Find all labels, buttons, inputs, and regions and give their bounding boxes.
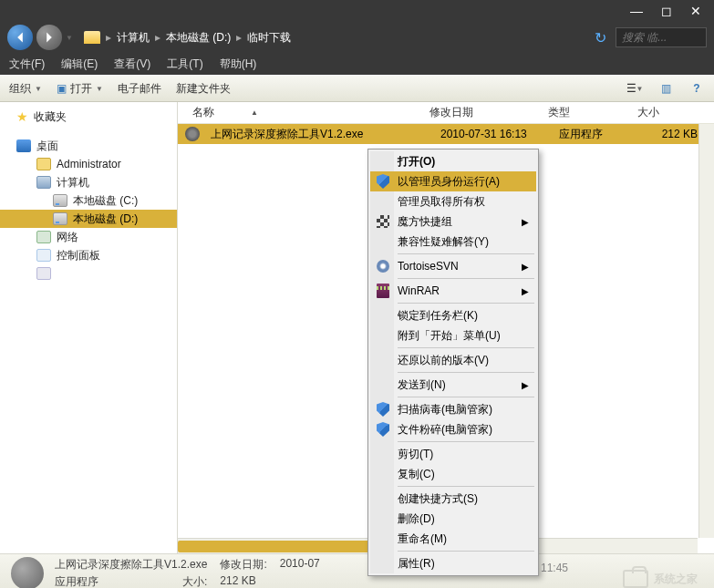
- file-type-cell: 应用程序: [552, 127, 641, 142]
- user-icon: [36, 158, 51, 170]
- column-headers: 名称▲ 修改日期 类型 大小: [178, 102, 714, 124]
- sidebar-network[interactable]: 网络: [0, 228, 177, 246]
- email-button[interactable]: 电子邮件: [118, 81, 161, 97]
- file-name-cell: 上网记录深度擦除工具V1.2.exe: [203, 127, 433, 142]
- help-button[interactable]: ?: [688, 80, 705, 97]
- cm-pin-taskbar[interactable]: 锁定到任务栏(K): [370, 305, 536, 325]
- grid-icon: [377, 215, 389, 228]
- col-name[interactable]: 名称▲: [185, 105, 422, 120]
- sidebar-drive-c[interactable]: 本地磁盘 (C:): [0, 191, 177, 210]
- forward-button[interactable]: [36, 25, 62, 50]
- col-size[interactable]: 大小: [630, 105, 694, 120]
- sidebar-favorites[interactable]: ★收藏夹: [0, 108, 177, 126]
- sidebar-drive-d[interactable]: 本地磁盘 (D:): [0, 210, 177, 228]
- drive-icon: [53, 212, 67, 225]
- sidebar-admin[interactable]: Administrator: [0, 155, 177, 173]
- view-mode-button[interactable]: ☰ ▼: [626, 80, 643, 97]
- cm-delete[interactable]: 删除(D): [370, 509, 536, 529]
- breadcrumb-sep: ▸: [155, 31, 160, 44]
- history-dropdown[interactable]: ▼: [66, 34, 73, 42]
- cm-open[interactable]: 打开(O): [370, 151, 536, 171]
- col-type[interactable]: 类型: [541, 105, 630, 120]
- preview-pane-button[interactable]: ▥: [657, 80, 674, 97]
- sidebar-recycle[interactable]: [0, 264, 177, 283]
- cm-tortoisesvn[interactable]: TortoiseSVN▶: [370, 256, 536, 276]
- cm-properties[interactable]: 属性(R): [370, 553, 536, 573]
- sidebar-computer[interactable]: 计算机: [0, 173, 177, 191]
- exe-icon: [185, 127, 200, 141]
- breadcrumb-sep: ▸: [236, 31, 242, 44]
- cm-shred[interactable]: 文件粉碎(电脑管家): [370, 419, 536, 439]
- file-row[interactable]: 上网记录深度擦除工具V1.2.exe 2010-07-31 16:13 应用程序…: [178, 124, 714, 144]
- sidebar-desktop[interactable]: 桌面: [0, 137, 177, 155]
- status-file-icon: [11, 557, 44, 589]
- statusbar: 上网记录深度擦除工具V1.2.exe 修改日期: 2010-07 应用程序 大小…: [0, 553, 714, 588]
- search-input[interactable]: [616, 27, 707, 47]
- sidebar-control-panel[interactable]: 控制面板: [0, 246, 177, 264]
- folder-icon: [84, 31, 100, 44]
- desktop-icon: [16, 139, 31, 152]
- cm-compat[interactable]: 兼容性疑难解答(Y): [370, 232, 536, 252]
- status-size: 212 KB: [220, 574, 255, 589]
- recycle-icon: [36, 267, 51, 280]
- cm-mofang[interactable]: 魔方快捷组▶: [370, 211, 536, 232]
- cm-cut[interactable]: 剪切(T): [370, 444, 536, 464]
- status-date: 2010-07: [280, 557, 320, 573]
- cm-restore[interactable]: 还原以前的版本(V): [370, 350, 536, 370]
- watermark-icon: [623, 570, 648, 588]
- organize-button[interactable]: 组织 ▼: [9, 81, 42, 97]
- menubar: 文件(F) 编辑(E) 查看(V) 工具(T) 帮助(H): [0, 53, 714, 75]
- menu-file[interactable]: 文件(F): [9, 57, 45, 72]
- open-button[interactable]: ▣ 打开 ▼: [57, 81, 103, 97]
- context-menu: 打开(O) 以管理员身份运行(A) 管理员取得所有权 魔方快捷组▶ 兼容性疑难解…: [367, 149, 539, 576]
- network-icon: [36, 231, 51, 243]
- newfolder-button[interactable]: 新建文件夹: [176, 81, 231, 97]
- cm-shortcut[interactable]: 创建快捷方式(S): [370, 489, 536, 509]
- navbar: ▼ ▸ 计算机 ▸ 本地磁盘 (D:) ▸ 临时下载 ↻: [0, 22, 714, 53]
- refresh-button[interactable]: ↻: [595, 29, 606, 46]
- breadcrumb-item[interactable]: 本地磁盘 (D:): [166, 30, 231, 46]
- cm-rename[interactable]: 重命名(M): [370, 529, 536, 549]
- cm-pin-start[interactable]: 附到「开始」菜单(U): [370, 325, 536, 346]
- drive-icon: [53, 194, 67, 207]
- breadcrumb-item[interactable]: 临时下载: [247, 30, 291, 46]
- menu-help[interactable]: 帮助(H): [220, 57, 257, 72]
- shield-icon: [377, 402, 389, 417]
- main-area: ★收藏夹 桌面 Administrator 计算机 本地磁盘 (C:) 本地磁盘…: [0, 102, 714, 553]
- winrar-icon: [377, 284, 389, 298]
- shield-icon: [377, 174, 389, 189]
- status-size-label: 大小:: [182, 574, 207, 589]
- status-text: 上网记录深度擦除工具V1.2.exe 修改日期: 2010-07 应用程序 大小…: [55, 557, 320, 589]
- maximize-button[interactable]: ◻: [661, 4, 672, 18]
- computer-icon: [36, 176, 51, 189]
- shield-icon: [377, 422, 389, 437]
- cm-sendto[interactable]: 发送到(N)▶: [370, 375, 536, 395]
- cm-run-as-admin[interactable]: 以管理员身份运行(A): [370, 171, 536, 191]
- menu-view[interactable]: 查看(V): [114, 57, 150, 72]
- file-date-cell: 2010-07-31 16:13: [433, 128, 552, 140]
- close-button[interactable]: ✕: [690, 4, 701, 18]
- breadcrumb-sep: ▸: [106, 31, 111, 44]
- cm-copy[interactable]: 复制(C): [370, 464, 536, 484]
- cm-winrar[interactable]: WinRAR▶: [370, 281, 536, 301]
- cm-take-ownership[interactable]: 管理员取得所有权: [370, 191, 536, 211]
- back-button[interactable]: [7, 25, 33, 50]
- sidebar: ★收藏夹 桌面 Administrator 计算机 本地磁盘 (C:) 本地磁盘…: [0, 102, 178, 553]
- toolbar: 组织 ▼ ▣ 打开 ▼ 电子邮件 新建文件夹 ☰ ▼ ▥ ?: [0, 75, 714, 102]
- breadcrumb-item[interactable]: 计算机: [117, 30, 150, 46]
- control-panel-icon: [36, 249, 51, 262]
- cm-scan-virus[interactable]: 扫描病毒(电脑管家): [370, 399, 536, 419]
- status-type: 应用程序: [55, 574, 98, 589]
- status-date-label: 修改日期:: [220, 557, 266, 573]
- file-size-cell: 212 KB: [641, 128, 705, 140]
- breadcrumb[interactable]: ▸ 计算机 ▸ 本地磁盘 (D:) ▸ 临时下载: [84, 30, 591, 46]
- titlebar: — ◻ ✕: [0, 0, 714, 22]
- watermark: 系统之家: [623, 570, 698, 588]
- minimize-button[interactable]: —: [630, 4, 643, 18]
- menu-tools[interactable]: 工具(T): [167, 57, 202, 72]
- menu-edit[interactable]: 编辑(E): [61, 57, 98, 72]
- vertical-scrollbar[interactable]: [698, 124, 714, 538]
- star-icon: ★: [16, 109, 28, 124]
- sort-arrow-icon: ▲: [251, 108, 258, 117]
- col-date[interactable]: 修改日期: [422, 105, 541, 120]
